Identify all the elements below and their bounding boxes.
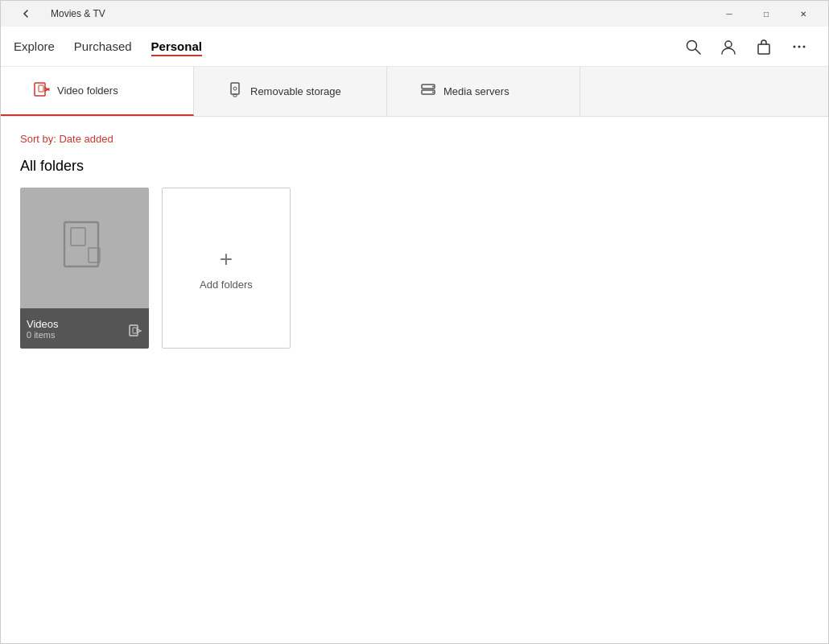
tab-video-folders[interactable]: Video folders [1, 67, 194, 116]
svg-point-2 [725, 41, 732, 47]
video-folder-icon [33, 80, 51, 101]
folders-grid: Videos 0 items + Add folders [20, 188, 809, 349]
nav-items: Explore Purchased Personal [14, 36, 202, 56]
sort-value[interactable]: Date added [59, 133, 113, 145]
nav-purchased[interactable]: Purchased [74, 36, 132, 56]
tab-video-folders-label: Video folders [57, 85, 118, 97]
svg-rect-18 [64, 222, 98, 266]
maximize-button[interactable]: □ [748, 1, 785, 27]
more-button[interactable] [783, 31, 815, 63]
section-title: All folders [20, 158, 809, 175]
svg-point-13 [233, 87, 237, 90]
folder-count: 0 items [27, 330, 142, 340]
folder-info: Videos 0 items [20, 308, 149, 349]
close-button[interactable]: ✕ [785, 1, 822, 27]
folder-thumb [20, 188, 149, 308]
title-bar-left: Movies & TV [7, 1, 105, 27]
svg-point-16 [432, 86, 434, 88]
nav-actions [677, 31, 815, 63]
minimize-button[interactable]: ─ [711, 1, 748, 27]
folder-icon-small [128, 324, 142, 342]
add-folder-card[interactable]: + Add folders [162, 188, 291, 349]
svg-point-6 [803, 45, 806, 47]
bag-button[interactable] [748, 31, 780, 63]
app-title: Movies & TV [51, 8, 105, 19]
svg-rect-19 [71, 228, 85, 246]
svg-line-1 [695, 49, 700, 54]
add-folder-label: Add folders [200, 279, 253, 291]
svg-rect-22 [133, 328, 137, 333]
svg-rect-12 [233, 94, 237, 97]
sort-label: Sort by: [20, 133, 56, 145]
window-controls: ─ □ ✕ [711, 1, 822, 27]
tab-removable-storage-label: Removable storage [250, 85, 341, 97]
content-area: Sort by: Date added All folders Videos 0… [1, 117, 828, 365]
nav-personal[interactable]: Personal [151, 36, 202, 56]
svg-point-17 [432, 92, 434, 93]
account-button[interactable] [712, 31, 744, 63]
folder-card-videos[interactable]: Videos 0 items [20, 188, 149, 349]
nav-bar: Explore Purchased Personal [1, 27, 828, 67]
folder-name: Videos [27, 318, 142, 330]
nav-explore[interactable]: Explore [14, 36, 55, 56]
svg-rect-11 [231, 83, 239, 94]
tab-media-servers-label: Media servers [443, 85, 509, 97]
svg-rect-8 [39, 85, 43, 92]
svg-point-5 [798, 45, 801, 47]
sort-bar: Sort by: Date added [20, 133, 809, 145]
title-bar: Movies & TV ─ □ ✕ [1, 1, 828, 27]
tab-removable-storage[interactable]: Removable storage [194, 67, 387, 116]
tab-media-servers[interactable]: Media servers [387, 67, 580, 116]
media-server-icon [419, 80, 437, 102]
svg-rect-3 [758, 44, 769, 54]
search-button[interactable] [677, 31, 709, 63]
svg-point-4 [794, 45, 796, 47]
add-icon: + [220, 246, 233, 272]
removable-icon [226, 80, 244, 102]
back-button[interactable] [7, 1, 44, 27]
sub-tabs: Video folders Removable storage Media se… [1, 67, 828, 117]
